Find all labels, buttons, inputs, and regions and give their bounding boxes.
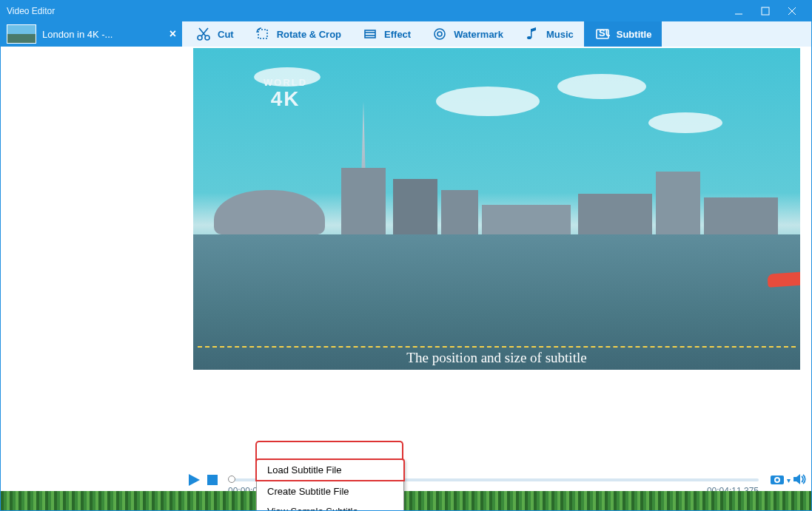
tool-rotate-crop[interactable]: Rotate & Crop <box>244 21 352 47</box>
watermark-icon <box>432 26 448 42</box>
volume-icon[interactable] <box>792 472 807 489</box>
stop-button[interactable] <box>207 475 218 485</box>
svg-rect-8 <box>258 30 267 38</box>
preview-watermark: WORLD 4K <box>264 78 307 109</box>
effect-icon <box>362 26 378 42</box>
subtitle-placeholder-text: The position and size of subtitle <box>193 350 800 366</box>
close-button[interactable] <box>779 1 805 21</box>
svg-marker-22 <box>793 474 800 484</box>
menu-create-subtitle[interactable]: Create Subtitle File <box>257 481 403 501</box>
sidebar: London in 4K -... × <box>1 21 182 491</box>
tab-close-icon[interactable]: × <box>170 27 176 41</box>
minimize-button[interactable] <box>725 1 752 21</box>
toolbar: Cut Rotate & Crop Effect Watermark Music <box>182 21 811 47</box>
play-button[interactable] <box>187 473 201 487</box>
svg-marker-18 <box>189 474 200 486</box>
titlebar-title: Video Editor <box>7 6 725 16</box>
svg-text:SUB: SUB <box>599 27 610 38</box>
menu-load-subtitle[interactable]: Load Subtitle File <box>255 458 405 481</box>
boat-graphic <box>767 271 800 287</box>
app-window: Video Editor London in 4K -... × Cut <box>0 0 812 511</box>
subtitle-add-menu: Load Subtitle File Create Subtitle File … <box>256 459 404 511</box>
footer-decoration <box>1 491 811 510</box>
crop-icon <box>255 26 271 42</box>
music-icon <box>524 26 540 42</box>
svg-point-21 <box>776 478 779 481</box>
maximize-button[interactable] <box>752 1 779 21</box>
video-preview: WORLD 4K The position and size of subtit… <box>193 48 800 370</box>
svg-point-13 <box>437 32 442 36</box>
subtitle-guideline <box>198 346 796 348</box>
tool-effect[interactable]: Effect <box>352 21 421 47</box>
tool-music[interactable]: Music <box>514 21 584 47</box>
file-tab-label: London in 4K -... <box>42 29 113 40</box>
svg-point-12 <box>434 29 445 39</box>
seek-knob[interactable] <box>228 476 235 483</box>
tool-cut[interactable]: Cut <box>185 21 244 47</box>
file-tab[interactable]: London in 4K -... × <box>1 21 182 47</box>
snapshot-icon[interactable] <box>769 472 785 489</box>
svg-rect-1 <box>762 7 769 15</box>
tool-watermark[interactable]: Watermark <box>421 21 514 47</box>
file-thumbnail <box>7 24 36 44</box>
scissors-icon <box>195 26 212 42</box>
titlebar: Video Editor <box>1 1 811 21</box>
menu-view-sample[interactable]: View Sample Subtitle <box>257 501 403 511</box>
subtitle-icon: SUB <box>594 26 611 42</box>
svg-rect-9 <box>365 30 375 38</box>
tool-subtitle[interactable]: SUB Subtitle <box>584 21 662 47</box>
